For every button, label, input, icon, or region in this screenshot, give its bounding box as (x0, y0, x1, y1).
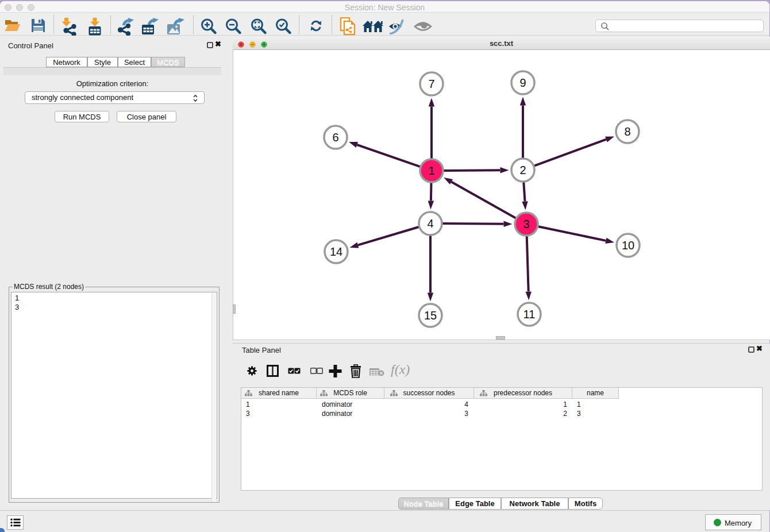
svg-text:4: 4 (427, 217, 433, 230)
svg-text:3: 3 (523, 218, 529, 230)
svg-text:2: 2 (519, 164, 526, 176)
svg-text:10: 10 (622, 239, 634, 252)
svg-text:8: 8 (624, 125, 630, 138)
svg-text:9: 9 (519, 76, 526, 89)
svg-text:15: 15 (424, 309, 437, 322)
svg-text:1: 1 (428, 164, 434, 177)
svg-text:14: 14 (330, 245, 342, 258)
svg-text:11: 11 (523, 308, 536, 321)
svg-text:6: 6 (332, 131, 338, 144)
svg-text:7: 7 (428, 78, 434, 90)
